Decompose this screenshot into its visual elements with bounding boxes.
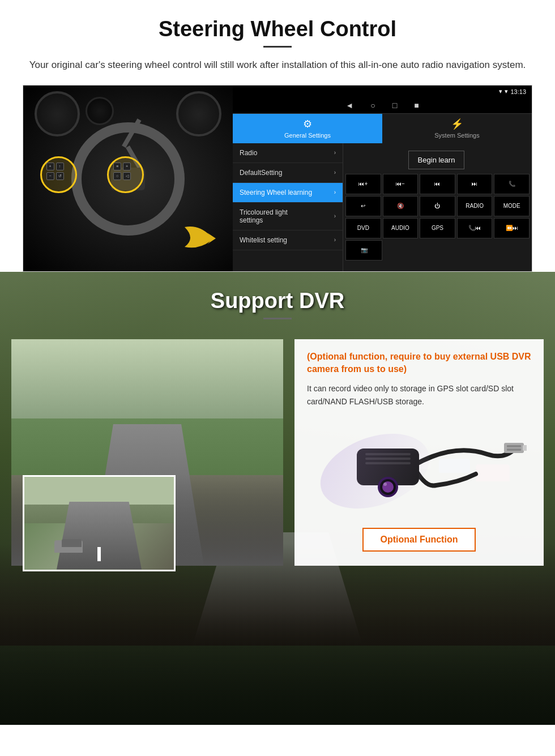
ctrl-gps[interactable]: GPS	[420, 218, 455, 238]
chevron-icon: ›	[334, 189, 336, 195]
ctrl-skip[interactable]: ⏪⏭	[494, 218, 530, 238]
highlight-right: ≡ + ○ ◁	[107, 156, 144, 193]
svg-rect-1	[523, 445, 527, 451]
svg-rect-0	[504, 443, 524, 453]
dvr-bottom-overlay	[0, 612, 555, 725]
chevron-icon: ›	[334, 213, 336, 219]
chevron-icon: ›	[334, 150, 336, 156]
ctrl-phone[interactable]: 📞	[494, 174, 530, 194]
menu-item-radio[interactable]: Radio ›	[233, 143, 343, 163]
settings-tabs: ⚙ General Settings ⚡ System Settings	[233, 114, 532, 143]
dvr-inset-road	[57, 502, 142, 570]
highlight-left: + ↑ − ↺	[40, 156, 77, 193]
page-title: Steering Wheel Control	[23, 17, 532, 41]
recents-nav-icon[interactable]: □	[392, 101, 397, 110]
menu-item-default[interactable]: DefaultSetting ›	[233, 163, 343, 183]
ctrl-next[interactable]: ⏭	[457, 174, 493, 194]
control-button-row-4: 📷	[345, 240, 530, 260]
control-button-grid-3: DVD AUDIO GPS 📞⏮ ⏪⏭	[345, 218, 530, 238]
status-icons: ▾ ▾ 13:13	[499, 88, 526, 95]
yellow-arrow	[182, 221, 227, 255]
status-bar: ▾ ▾ 13:13	[233, 86, 532, 98]
android-ui: ▾ ▾ 13:13 ◄ ○ □ ■ ⚙ General Settings ⚡	[233, 86, 532, 271]
title-divider	[263, 46, 292, 48]
signal-icon: ▾	[499, 88, 502, 95]
svg-rect-3	[507, 449, 521, 451]
ctrl-mode[interactable]: MODE	[494, 196, 530, 216]
menu-item-steering[interactable]: Steering Wheel learning ›	[233, 183, 343, 203]
dvr-optional-text: (Optional function, require to buy exter…	[307, 351, 531, 376]
ctrl-camera[interactable]: 📷	[345, 240, 382, 260]
steering-panel: + ↑ − ↺ ≡ + ○ ◁	[23, 85, 532, 272]
ctrl-phone-prev[interactable]: 📞⏮	[457, 218, 493, 238]
begin-learn-button[interactable]: Begin learn	[408, 151, 465, 169]
right-panel: Begin learn ⏮+ ⏮− ⏮ ⏭ 📞 ↩ 🔇 ⏻	[343, 143, 532, 271]
ctrl-mute[interactable]: 🔇	[383, 196, 419, 216]
dvr-description: It can record video only to storage in G…	[307, 382, 531, 408]
control-button-grid-2: ↩ 🔇 ⏻ RADIO MODE	[345, 196, 530, 216]
optional-btn-container: Optional Function	[307, 528, 531, 552]
gear-icon: ⚙	[303, 118, 312, 130]
chevron-icon: ›	[334, 237, 336, 243]
home-nav-icon[interactable]: ○	[370, 101, 375, 110]
svg-rect-2	[507, 445, 521, 447]
ctrl-power[interactable]: ⏻	[420, 196, 455, 216]
control-button-grid-1: ⏮+ ⏮− ⏮ ⏭ 📞	[345, 174, 530, 194]
dvr-inset-view	[23, 475, 176, 571]
dvr-left-panel	[11, 339, 283, 566]
ctrl-audio[interactable]: AUDIO	[383, 218, 419, 238]
dvr-inset-road-line	[97, 547, 101, 561]
nav-bar: ◄ ○ □ ■	[233, 98, 532, 114]
wifi-icon: ▾	[505, 88, 508, 95]
tab-general[interactable]: ⚙ General Settings	[233, 114, 382, 143]
dvr-title-divider	[263, 318, 292, 319]
spoke-left	[122, 118, 141, 148]
steering-wheel-image: + ↑ − ↺ ≡ + ○ ◁	[23, 86, 233, 272]
section-subtitle: Your original car's steering wheel contr…	[23, 58, 532, 72]
system-icon: ⚡	[451, 118, 463, 130]
tab-general-label: General Settings	[284, 132, 331, 139]
section-steering: Steering Wheel Control Your original car…	[0, 0, 555, 272]
ctrl-back[interactable]: ↩	[345, 196, 381, 216]
ctrl-radio[interactable]: RADIO	[457, 196, 493, 216]
dvr-content: Support DVR	[0, 272, 555, 577]
settings-content: Radio › DefaultSetting › Steering Wheel …	[233, 143, 532, 271]
chevron-icon: ›	[334, 169, 336, 176]
section-dvr: Support DVR	[0, 272, 555, 725]
menu-item-tricolour[interactable]: Tricoloured light settings ›	[233, 203, 343, 230]
dvr-info-card: (Optional function, require to buy exter…	[294, 339, 544, 566]
ctrl-dvd[interactable]: DVD	[345, 218, 381, 238]
dvr-title-area: Support DVR	[0, 272, 555, 328]
ctrl-prev[interactable]: ⏮	[420, 174, 455, 194]
dvr-main-layout: (Optional function, require to buy exter…	[0, 328, 555, 577]
ctrl-vol-up[interactable]: ⏮+	[345, 174, 381, 194]
tab-system[interactable]: ⚡ System Settings	[382, 114, 532, 143]
time-display: 13:13	[510, 88, 526, 95]
optional-function-button[interactable]: Optional Function	[362, 528, 476, 552]
menu-nav-icon[interactable]: ■	[414, 101, 419, 110]
menu-item-whitelist[interactable]: Whitelist setting ›	[233, 230, 343, 250]
settings-menu: Radio › DefaultSetting › Steering Wheel …	[233, 143, 343, 271]
back-nav-icon[interactable]: ◄	[345, 101, 353, 110]
ctrl-vol-down[interactable]: ⏮−	[383, 174, 419, 194]
dvr-title: Support DVR	[0, 289, 555, 313]
tab-system-label: System Settings	[434, 132, 479, 139]
dvr-camera-image	[307, 415, 531, 516]
